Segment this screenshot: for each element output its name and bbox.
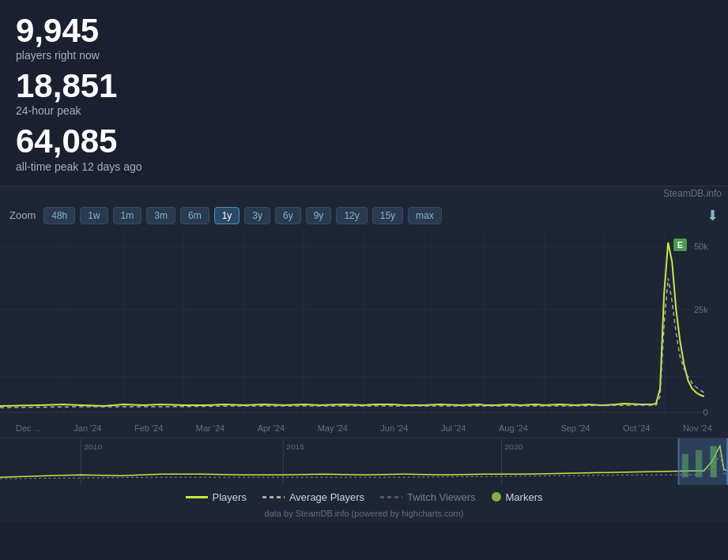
avg-players-line (0, 278, 704, 408)
x-label-dec: Dec ... (16, 423, 41, 433)
players-line-icon (186, 496, 208, 498)
event-marker: E (673, 239, 687, 251)
zoom-max[interactable]: max (408, 207, 442, 224)
zoom-6m[interactable]: 6m (180, 207, 209, 224)
download-button[interactable]: ⬇ (707, 207, 719, 224)
x-label-aug: Aug '24 (499, 423, 528, 433)
x-label-sep: Sep '24 (560, 423, 590, 433)
legend-bar: Players Average Players Twitch Viewers M… (0, 485, 728, 506)
alltime-peak-value: 64,085 (16, 123, 712, 160)
current-players-value: 9,945 (16, 13, 712, 49)
zoom-1w[interactable]: 1w (80, 207, 108, 224)
legend-twitch-label: Twitch Viewers (407, 491, 475, 503)
zoom-bar: Zoom 48h 1w 1m 3m 6m 1y 3y 6y 9y 12y 15y… (0, 201, 728, 231)
mini-chart: 2010 2015 2020 (0, 438, 728, 485)
svg-text:50k: 50k (694, 242, 708, 251)
svg-rect-28 (682, 453, 688, 477)
current-players-label: players right now (16, 49, 712, 62)
zoom-1m[interactable]: 1m (113, 207, 142, 224)
zoom-12y[interactable]: 12y (336, 207, 367, 224)
markers-dot-icon (492, 492, 501, 502)
zoom-48h[interactable]: 48h (43, 207, 75, 224)
avg-players-line-icon (262, 496, 285, 498)
x-label-nov: Nov '24 (683, 423, 712, 433)
x-label-apr: Apr '24 (258, 423, 285, 433)
legend-players-label: Players (213, 491, 247, 503)
svg-text:25k: 25k (694, 305, 708, 314)
legend-avg-players: Average Players (262, 491, 364, 503)
zoom-1y[interactable]: 1y (214, 207, 240, 224)
legend-avg-players-label: Average Players (289, 491, 364, 503)
zoom-3y[interactable]: 3y (244, 207, 270, 224)
zoom-label: Zoom (9, 209, 36, 221)
x-label-mar: Mar '24 (196, 423, 224, 433)
main-chart-svg: 50k 25k 0 (0, 231, 720, 420)
legend-markers: Markers (492, 491, 543, 503)
svg-rect-26 (678, 438, 680, 485)
legend-markers-label: Markers (506, 491, 543, 503)
twitch-line-icon (380, 496, 402, 498)
svg-text:2010: 2010 (84, 442, 102, 451)
attribution: data by SteamDB.info (powered by highcha… (0, 506, 728, 523)
svg-rect-30 (710, 445, 716, 476)
legend-players: Players (186, 491, 247, 503)
mini-chart-svg: 2010 2015 2020 (0, 438, 728, 485)
x-label-jan: Jan '24 (74, 423, 101, 433)
x-axis-labels: Dec ... Jan '24 Feb '24 Mar '24 Apr '24 … (0, 420, 728, 436)
x-label-may: May '24 (318, 423, 348, 433)
chart-container: Zoom 48h 1w 1m 3m 6m 1y 3y 6y 9y 12y 15y… (0, 201, 728, 523)
x-label-jul: Jul '24 (441, 423, 466, 433)
zoom-6y[interactable]: 6y (275, 207, 301, 224)
peak-24h-value: 18,851 (16, 68, 712, 104)
alltime-peak-label: all-time peak 12 days ago (16, 160, 712, 173)
peak-24h-label: 24-hour peak (16, 104, 712, 117)
x-label-feb: Feb '24 (134, 423, 163, 433)
zoom-15y[interactable]: 15y (372, 207, 403, 224)
x-label-jun: Jun '24 (380, 423, 408, 433)
svg-rect-29 (696, 449, 702, 476)
x-label-oct: Oct '24 (623, 423, 651, 433)
svg-rect-18 (0, 438, 728, 485)
watermark: SteamDB.info (0, 186, 728, 201)
zoom-9y[interactable]: 9y (306, 207, 332, 224)
svg-text:0: 0 (703, 408, 708, 417)
main-chart: E 50k 25k 0 (0, 231, 728, 420)
svg-text:2015: 2015 (286, 442, 304, 451)
players-line (0, 242, 704, 406)
zoom-3m[interactable]: 3m (146, 207, 175, 224)
legend-twitch: Twitch Viewers (380, 491, 475, 503)
stats-section: 9,945 players right now 18,851 24-hour p… (0, 0, 728, 186)
svg-text:2020: 2020 (505, 442, 523, 451)
